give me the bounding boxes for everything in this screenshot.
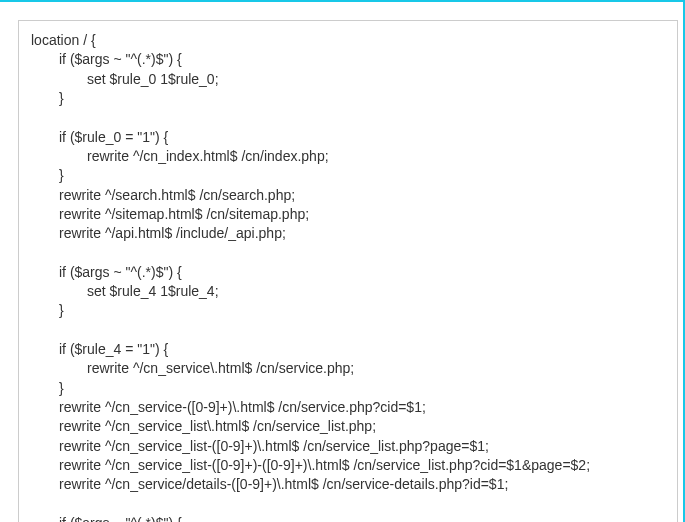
code-line: rewrite ^/sitemap.html$ /cn/sitemap.php; [31, 205, 309, 224]
code-line: if ($args ~ "^(.*)$") { [31, 514, 182, 522]
code-line: rewrite ^/cn_service_list-([0-9]+)-([0-9… [31, 456, 590, 475]
code-line: location / { [31, 32, 96, 48]
code-line: rewrite ^/cn_service/details-([0-9]+)\.h… [31, 475, 508, 494]
code-line: rewrite ^/cn_service-([0-9]+)\.html$ /cn… [31, 398, 426, 417]
code-line: rewrite ^/cn_service\.html$ /cn/service.… [31, 359, 354, 378]
code-line: rewrite ^/search.html$ /cn/search.php; [31, 186, 295, 205]
code-line: } [31, 89, 64, 108]
code-line: } [31, 379, 64, 398]
code-block-container: location / { if ($args ~ "^(.*)$") { set… [18, 20, 678, 522]
code-line: set $rule_0 1$rule_0; [31, 70, 219, 89]
code-line: } [31, 166, 64, 185]
nginx-config-code: location / { if ($args ~ "^(.*)$") { set… [31, 31, 665, 522]
viewport-frame: location / { if ($args ~ "^(.*)$") { set… [0, 0, 685, 522]
code-line: set $rule_4 1$rule_4; [31, 282, 219, 301]
code-line: if ($args ~ "^(.*)$") { [31, 50, 182, 69]
code-line: rewrite ^/api.html$ /include/_api.php; [31, 224, 286, 243]
code-line: rewrite ^/cn_index.html$ /cn/index.php; [31, 147, 329, 166]
code-line: if ($rule_0 = "1") { [31, 128, 168, 147]
code-line: rewrite ^/cn_service_list-([0-9]+)\.html… [31, 437, 489, 456]
code-line: } [31, 301, 64, 320]
code-line: if ($rule_4 = "1") { [31, 340, 168, 359]
code-line: if ($args ~ "^(.*)$") { [31, 263, 182, 282]
code-line: rewrite ^/cn_service_list\.html$ /cn/ser… [31, 417, 376, 436]
